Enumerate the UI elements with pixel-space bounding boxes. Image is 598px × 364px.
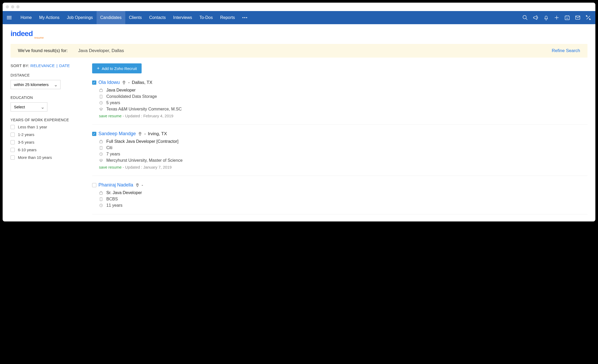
sort-by: SORT BY: RELEVANCE | DATE: [11, 63, 84, 68]
location-pin-icon: [135, 183, 139, 187]
indeed-word: indeed: [11, 29, 44, 38]
sort-relevance-link[interactable]: RELEVANCE: [31, 63, 55, 68]
nav-item-contacts[interactable]: Contacts: [146, 11, 170, 24]
candidate-checkbox[interactable]: [92, 183, 96, 187]
results-label: We've found result(s) for:: [18, 48, 68, 53]
mail-icon[interactable]: [575, 15, 581, 21]
nav-items: HomeMy ActionsJob OpeningsCandidatesClie…: [17, 11, 239, 24]
experience-option[interactable]: More than 10 years: [11, 155, 84, 160]
close-window-icon[interactable]: [6, 5, 9, 8]
education-select[interactable]: Select: [11, 102, 47, 112]
experience-option[interactable]: 1-2 years: [11, 132, 84, 137]
distance-filter: DISTANCE within 25 kilometers: [11, 73, 84, 89]
location-pin-icon: [138, 132, 142, 136]
building-icon: [99, 94, 103, 99]
svg-point-0: [523, 16, 526, 19]
candidate-checkbox[interactable]: [92, 132, 96, 136]
calendar-icon[interactable]: 31: [564, 15, 570, 21]
bell-icon[interactable]: [543, 15, 549, 21]
experience-option[interactable]: 6-10 years: [11, 148, 84, 152]
tools-icon[interactable]: [585, 15, 591, 21]
candidate-years: 5 years: [106, 100, 120, 105]
building-icon: [99, 197, 103, 201]
nav-item-to-dos[interactable]: To-Dos: [196, 11, 217, 24]
experience-options: Less than 1 year1-2 years3-5 years6-10 y…: [11, 125, 84, 160]
menu-icon[interactable]: [7, 16, 12, 19]
education-title: EDUCATION: [11, 95, 84, 100]
add-button-label: Add to Zoho Recruit: [102, 66, 137, 71]
experience-option-label: 3-5 years: [18, 140, 34, 144]
candidate-location: Irving, TX: [148, 131, 167, 136]
experience-option-label: 1-2 years: [18, 132, 34, 137]
graduation-icon: [99, 107, 103, 111]
updated-text: - Updated : January 7, 2019: [122, 165, 172, 169]
candidate-title: Full Stack Java Developer [Contractor]: [106, 139, 178, 144]
save-resume-link[interactable]: save resume: [99, 114, 122, 118]
briefcase-icon: [99, 139, 103, 144]
education-value: Select: [14, 105, 25, 109]
svg-text:31: 31: [566, 17, 568, 19]
updated-text: - Updated : February 4, 2019: [122, 114, 173, 118]
svg-line-1: [526, 18, 527, 20]
nav-item-my-actions[interactable]: My Actions: [36, 11, 63, 24]
nav-item-reports[interactable]: Reports: [217, 11, 239, 24]
candidate-name-link[interactable]: Sandeep Mandge: [98, 131, 136, 136]
candidate-name-link[interactable]: Phaniraj Nadella: [98, 182, 133, 188]
sidebar: SORT BY: RELEVANCE | DATE DISTANCE withi…: [11, 63, 84, 221]
candidate-loc-dash: -: [144, 131, 146, 136]
nav-more-icon[interactable]: [239, 17, 251, 18]
sort-label: SORT BY:: [11, 63, 29, 68]
clock-icon: [99, 152, 103, 156]
results-query: Java Developer, Dallas: [78, 48, 124, 53]
svg-rect-13: [100, 95, 102, 98]
add-to-zoho-button[interactable]: + Add to Zoho Recruit: [92, 63, 142, 73]
nav-item-interviews[interactable]: Interviews: [170, 11, 196, 24]
graduation-icon: [99, 158, 103, 163]
candidate-card: Sandeep Mandge- Irving, TXFull Stack Jav…: [92, 131, 587, 176]
checkbox-icon: [11, 133, 15, 137]
chevron-down-icon: [54, 83, 57, 86]
plus-icon[interactable]: [554, 15, 560, 21]
sort-separator: |: [56, 63, 57, 68]
candidate-company: Citi: [106, 145, 112, 150]
candidate-title: Sr. Java Developer: [106, 190, 142, 195]
checkbox-icon: [11, 155, 15, 160]
nav-item-clients[interactable]: Clients: [125, 11, 146, 24]
experience-option[interactable]: 3-5 years: [11, 140, 84, 144]
search-icon[interactable]: [522, 15, 528, 21]
experience-option[interactable]: Less than 1 year: [11, 125, 84, 129]
checkbox-icon: [11, 125, 15, 129]
nav-item-candidates[interactable]: Candidates: [97, 11, 125, 24]
refine-search-link[interactable]: Refine Search: [552, 48, 580, 53]
briefcase-icon: [99, 88, 103, 92]
distance-value: within 25 kilometers: [14, 82, 49, 87]
svg-rect-12: [99, 90, 102, 92]
svg-rect-33: [100, 198, 102, 201]
clock-icon: [99, 101, 103, 105]
location-pin-icon: [122, 80, 126, 85]
nav-item-job-openings[interactable]: Job Openings: [63, 11, 97, 24]
candidate-card: Phaniraj Nadella-Sr. Java DeveloperBCBS1…: [92, 182, 587, 214]
app-window: HomeMy ActionsJob OpeningsCandidatesClie…: [3, 3, 595, 221]
nav-item-home[interactable]: Home: [17, 11, 36, 24]
sort-date-link[interactable]: DATE: [59, 63, 70, 68]
candidate-company: BCBS: [106, 197, 118, 201]
minimize-window-icon[interactable]: [11, 5, 14, 8]
building-icon: [99, 146, 103, 150]
save-resume-link[interactable]: save resume: [99, 165, 122, 169]
main-split: SORT BY: RELEVANCE | DATE DISTANCE withi…: [11, 63, 587, 221]
nav-right-icons: 31: [522, 15, 591, 21]
indeed-logo: indeed resume: [11, 29, 44, 39]
candidate-checkbox[interactable]: [92, 80, 96, 85]
page-content: indeed resume We've found result(s) for:…: [3, 24, 595, 221]
window-titlebar: [3, 3, 595, 11]
checkbox-icon: [11, 148, 15, 152]
distance-select[interactable]: within 25 kilometers: [11, 80, 61, 89]
maximize-window-icon[interactable]: [16, 5, 19, 8]
chevron-down-icon: [41, 106, 44, 108]
experience-option-label: More than 10 years: [18, 155, 52, 160]
candidate-name-link[interactable]: Ola Idowu: [98, 80, 120, 85]
svg-rect-22: [99, 141, 102, 143]
candidate-loc-dash: -: [142, 183, 143, 188]
megaphone-icon[interactable]: [533, 15, 539, 21]
